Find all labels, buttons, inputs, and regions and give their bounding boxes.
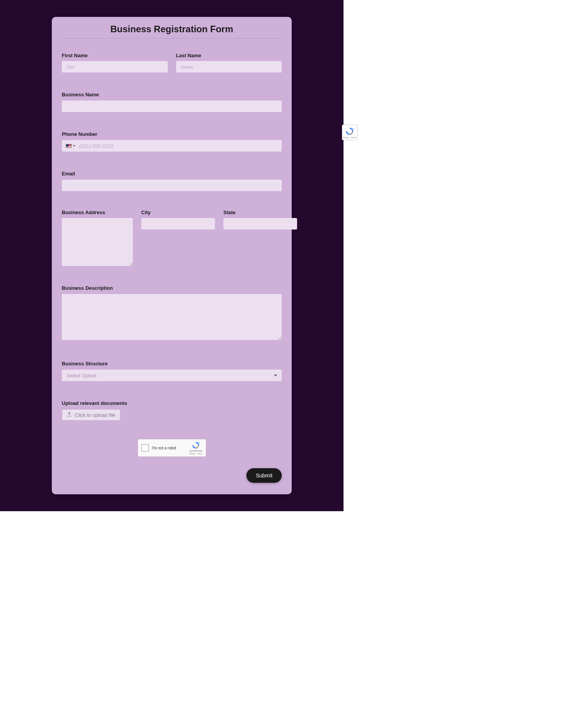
form-title: Business Registration Form bbox=[62, 24, 282, 39]
page-background: Business Registration Form First Name La… bbox=[0, 0, 344, 511]
caret-down-icon bbox=[274, 375, 277, 376]
email-label: Email bbox=[62, 171, 75, 177]
recaptcha-logo-icon bbox=[345, 127, 354, 136]
name-row: First Name Last Name bbox=[62, 53, 282, 73]
caret-down-icon bbox=[73, 145, 75, 147]
phone-country-button[interactable] bbox=[64, 144, 77, 148]
recaptcha-branding: reCAPTCHA Privacy - Terms bbox=[189, 441, 202, 455]
business-description-group: Business Description bbox=[62, 284, 282, 342]
business-address-group: Business Address bbox=[62, 210, 133, 266]
business-name-group: Business Name bbox=[62, 91, 282, 112]
business-name-label: Business Name bbox=[62, 92, 99, 97]
email-group: Email bbox=[62, 170, 282, 191]
last-name-label: Last Name bbox=[176, 53, 282, 58]
upload-button-label: Click to upload file bbox=[75, 412, 116, 418]
business-structure-placeholder: Select Option bbox=[66, 373, 274, 378]
business-address-label: Business Address bbox=[62, 210, 133, 215]
last-name-group: Last Name bbox=[176, 53, 282, 73]
us-flag-icon bbox=[66, 144, 72, 148]
state-label: State bbox=[223, 210, 297, 215]
first-name-label: First Name bbox=[62, 53, 168, 58]
city-label: City bbox=[141, 210, 215, 215]
recaptcha-logo-icon bbox=[192, 441, 200, 449]
city-input[interactable] bbox=[141, 218, 215, 229]
upload-group: Upload relevant documents Click to uploa… bbox=[62, 400, 282, 421]
upload-label: Upload relevant documents bbox=[62, 400, 127, 406]
recaptcha-checkbox[interactable] bbox=[141, 444, 149, 452]
recaptcha-badge[interactable]: Privacy - Terms bbox=[342, 125, 357, 140]
recaptcha-terms-text: Privacy - Terms bbox=[189, 452, 202, 455]
recaptcha-label: I'm not a robot bbox=[152, 446, 187, 450]
last-name-input[interactable] bbox=[176, 61, 282, 73]
submit-button[interactable]: Submit bbox=[246, 468, 282, 483]
state-input[interactable] bbox=[223, 218, 297, 229]
first-name-input[interactable] bbox=[62, 61, 168, 73]
upload-button[interactable]: Click to upload file bbox=[62, 409, 121, 421]
business-description-input[interactable] bbox=[62, 294, 282, 340]
recaptcha-brand-text: reCAPTCHA bbox=[189, 450, 202, 452]
svg-marker-1 bbox=[353, 128, 354, 129]
phone-label: Phone Number bbox=[62, 131, 97, 137]
recaptcha-widget[interactable]: I'm not a robot reCAPTCHA Privacy - Term… bbox=[138, 439, 206, 457]
email-input[interactable] bbox=[62, 180, 282, 191]
state-group: State bbox=[223, 210, 297, 229]
business-address-input[interactable] bbox=[62, 218, 133, 266]
form-card: Business Registration Form First Name La… bbox=[52, 17, 292, 494]
phone-input-wrap bbox=[62, 140, 282, 152]
recaptcha-badge-terms: Privacy - Terms bbox=[343, 136, 356, 139]
business-structure-label: Business Structure bbox=[62, 361, 107, 367]
upload-icon bbox=[67, 412, 72, 418]
svg-marker-0 bbox=[199, 442, 200, 444]
first-name-group: First Name bbox=[62, 53, 168, 73]
phone-group: Phone Number bbox=[62, 130, 282, 152]
city-group: City bbox=[141, 210, 215, 229]
business-description-label: Business Description bbox=[62, 285, 113, 291]
business-structure-group: Business Structure Select Option bbox=[62, 360, 282, 381]
phone-input[interactable] bbox=[77, 143, 279, 149]
business-structure-select[interactable]: Select Option bbox=[62, 370, 282, 381]
business-name-input[interactable] bbox=[62, 101, 282, 112]
address-row: Business Address City State bbox=[62, 210, 282, 266]
submit-row: Submit bbox=[62, 468, 282, 483]
